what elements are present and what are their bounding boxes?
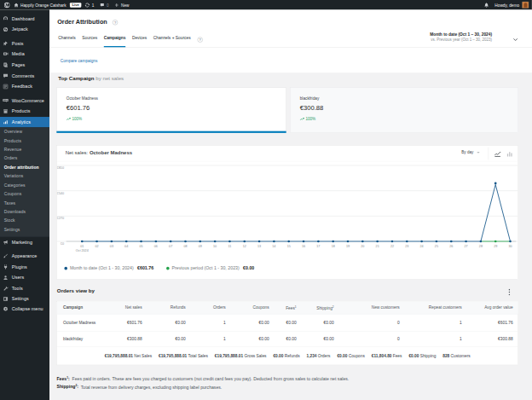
svg-text:08: 08 xyxy=(184,245,188,248)
svg-text:27: 27 xyxy=(465,245,468,248)
svg-text:13: 13 xyxy=(257,245,261,248)
svg-text:Oct 2024: Oct 2024 xyxy=(76,249,89,252)
svg-text:20: 20 xyxy=(361,245,364,248)
svg-text:25: 25 xyxy=(435,245,438,248)
svg-text:28: 28 xyxy=(479,245,483,248)
svg-text:19: 19 xyxy=(346,245,350,248)
svg-text:€810: €810 xyxy=(57,166,64,170)
svg-text:€0: €0 xyxy=(61,242,64,246)
svg-text:10: 10 xyxy=(213,245,217,248)
svg-text:21: 21 xyxy=(376,245,379,248)
svg-text:22: 22 xyxy=(390,245,394,248)
svg-text:24: 24 xyxy=(420,245,424,248)
svg-text:€270: €270 xyxy=(57,217,64,220)
svg-text:09: 09 xyxy=(199,245,202,248)
svg-text:02: 02 xyxy=(95,245,99,248)
svg-text:18: 18 xyxy=(332,245,335,248)
svg-text:03: 03 xyxy=(110,245,113,248)
svg-text:04: 04 xyxy=(124,245,128,248)
svg-text:29: 29 xyxy=(494,245,497,248)
svg-text:€540: €540 xyxy=(57,192,64,195)
svg-text:17: 17 xyxy=(316,245,320,248)
svg-text:12: 12 xyxy=(243,245,246,248)
svg-text:06: 06 xyxy=(154,245,158,248)
svg-text:23: 23 xyxy=(405,245,408,248)
svg-text:15: 15 xyxy=(287,245,291,248)
svg-text:14: 14 xyxy=(272,245,275,248)
svg-text:26: 26 xyxy=(449,245,453,248)
svg-text:05: 05 xyxy=(140,245,143,248)
svg-text:07: 07 xyxy=(169,245,172,248)
svg-text:30: 30 xyxy=(509,245,512,248)
svg-text:01: 01 xyxy=(80,245,84,248)
svg-text:16: 16 xyxy=(302,245,305,248)
svg-text:11: 11 xyxy=(228,245,232,248)
